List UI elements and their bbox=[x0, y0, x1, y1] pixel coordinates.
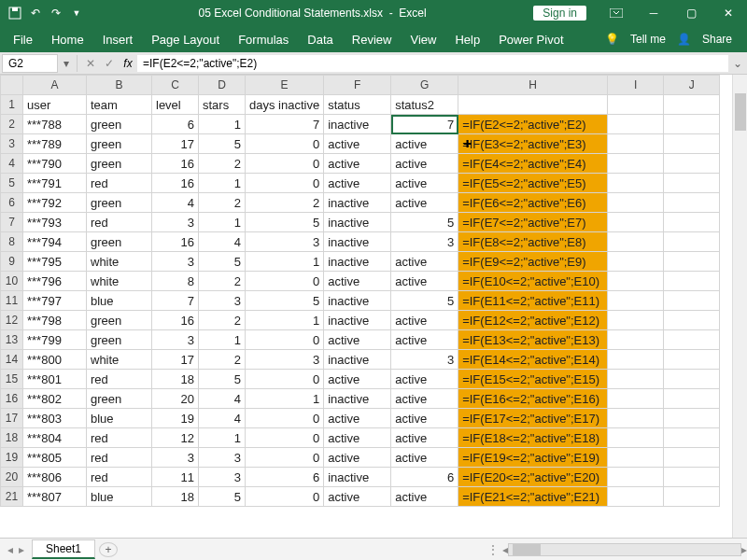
cell-H14[interactable]: =IF(E14<=2;"active";E14) bbox=[458, 350, 608, 370]
cell-B16[interactable]: green bbox=[87, 389, 152, 409]
cell-F2[interactable]: inactive bbox=[324, 115, 391, 134]
cell-E10[interactable]: 0 bbox=[246, 272, 324, 291]
cell-H9[interactable]: =IF(E9<=2;"active";E9) bbox=[458, 252, 608, 272]
cell-H10[interactable]: =IF(E10<=2;"active";E10) bbox=[458, 272, 608, 291]
cell-B8[interactable]: green bbox=[87, 232, 152, 252]
cell-I18[interactable] bbox=[608, 428, 664, 448]
ribbon-tab-file[interactable]: File bbox=[4, 29, 42, 50]
cell-I21[interactable] bbox=[608, 487, 664, 507]
cell-B10[interactable]: white bbox=[87, 272, 152, 291]
cell-E2[interactable]: 7 bbox=[246, 115, 324, 134]
cell-H13[interactable]: =IF(E13<=2;"active";E13) bbox=[458, 330, 608, 350]
cell-H11[interactable]: =IF(E11<=2;"active";E11) bbox=[458, 291, 608, 311]
cell-A8[interactable]: ***794 bbox=[23, 232, 87, 252]
cell-D18[interactable]: 1 bbox=[199, 428, 246, 448]
cell-A4[interactable]: ***790 bbox=[23, 154, 87, 174]
cell-B12[interactable]: green bbox=[87, 311, 152, 330]
column-header-F[interactable]: F bbox=[324, 76, 391, 95]
cell-H7[interactable]: =IF(E7<=2;"active";E7) bbox=[458, 213, 608, 232]
cell-A3[interactable]: ***789 bbox=[23, 134, 87, 154]
cell-H16[interactable]: =IF(E16<=2;"active";E16) bbox=[458, 389, 608, 409]
cell-F9[interactable]: inactive bbox=[324, 252, 391, 272]
cell-I12[interactable] bbox=[608, 311, 664, 330]
cell-E12[interactable]: 1 bbox=[246, 311, 324, 330]
cell-A21[interactable]: ***807 bbox=[23, 487, 87, 507]
cell-J4[interactable] bbox=[664, 154, 720, 174]
cell-I9[interactable] bbox=[608, 252, 664, 272]
cell-C16[interactable]: 20 bbox=[152, 389, 199, 409]
cell-B20[interactable]: red bbox=[87, 468, 152, 487]
ribbon-tab-formulas[interactable]: Formulas bbox=[229, 29, 298, 50]
cell-D12[interactable]: 2 bbox=[199, 311, 246, 330]
cell-D16[interactable]: 4 bbox=[199, 389, 246, 409]
cell-A11[interactable]: ***797 bbox=[23, 291, 87, 311]
cell-E4[interactable]: 0 bbox=[246, 154, 324, 174]
cell-D13[interactable]: 1 bbox=[199, 330, 246, 350]
ribbon-tab-insert[interactable]: Insert bbox=[93, 29, 143, 50]
cell-E15[interactable]: 0 bbox=[246, 370, 324, 389]
ribbon-tab-data[interactable]: Data bbox=[298, 29, 342, 50]
row-header-19[interactable]: 19 bbox=[1, 448, 23, 468]
cell-I13[interactable] bbox=[608, 330, 664, 350]
cell-G12[interactable]: active bbox=[391, 311, 458, 330]
cell-A14[interactable]: ***800 bbox=[23, 350, 87, 370]
row-header-21[interactable]: 21 bbox=[1, 487, 23, 507]
qat-dropdown-icon[interactable]: ▼ bbox=[69, 6, 84, 21]
cell-G21[interactable]: active bbox=[391, 487, 458, 507]
cell-F13[interactable]: active bbox=[324, 330, 391, 350]
ribbon-options-icon[interactable] bbox=[598, 0, 635, 26]
cell-A6[interactable]: ***792 bbox=[23, 193, 87, 213]
maximize-icon[interactable]: ▢ bbox=[672, 0, 710, 26]
cell-G3[interactable]: active bbox=[391, 134, 458, 154]
cell-F1[interactable]: status bbox=[324, 95, 391, 115]
row-header-18[interactable]: 18 bbox=[1, 428, 23, 448]
column-header-G[interactable]: G bbox=[391, 76, 458, 95]
cell-B4[interactable]: green bbox=[87, 154, 152, 174]
cell-J10[interactable] bbox=[664, 272, 720, 291]
save-icon[interactable] bbox=[7, 6, 22, 21]
cell-G11[interactable]: 5 bbox=[391, 291, 458, 311]
cell-B19[interactable]: red bbox=[87, 448, 152, 468]
cell-D15[interactable]: 5 bbox=[199, 370, 246, 389]
cell-J8[interactable] bbox=[664, 232, 720, 252]
expand-formula-bar-icon[interactable]: ⌄ bbox=[728, 57, 747, 70]
cell-A18[interactable]: ***804 bbox=[23, 428, 87, 448]
cell-D14[interactable]: 2 bbox=[199, 350, 246, 370]
cell-F5[interactable]: active bbox=[324, 174, 391, 193]
cell-J16[interactable] bbox=[664, 389, 720, 409]
cell-D1[interactable]: stars bbox=[199, 95, 246, 115]
cell-J21[interactable] bbox=[664, 487, 720, 507]
cell-D9[interactable]: 5 bbox=[199, 252, 246, 272]
cell-F21[interactable]: active bbox=[324, 487, 391, 507]
cell-D17[interactable]: 4 bbox=[199, 409, 246, 428]
cell-B11[interactable]: blue bbox=[87, 291, 152, 311]
cell-A16[interactable]: ***802 bbox=[23, 389, 87, 409]
cell-D5[interactable]: 1 bbox=[199, 174, 246, 193]
cell-E8[interactable]: 3 bbox=[246, 232, 324, 252]
cell-J6[interactable] bbox=[664, 193, 720, 213]
cell-A15[interactable]: ***801 bbox=[23, 370, 87, 389]
cell-I8[interactable] bbox=[608, 232, 664, 252]
cancel-formula-icon[interactable]: ✕ bbox=[81, 57, 100, 70]
cell-H2[interactable]: =IF(E2<=2;"active";E2) bbox=[458, 115, 608, 134]
cell-B2[interactable]: green bbox=[87, 115, 152, 134]
close-icon[interactable]: ✕ bbox=[710, 0, 747, 26]
cell-G14[interactable]: 3 bbox=[391, 350, 458, 370]
cell-B13[interactable]: green bbox=[87, 330, 152, 350]
cell-A19[interactable]: ***805 bbox=[23, 448, 87, 468]
cell-J20[interactable] bbox=[664, 468, 720, 487]
cell-J19[interactable] bbox=[664, 448, 720, 468]
column-header-C[interactable]: C bbox=[152, 76, 199, 95]
cell-I17[interactable] bbox=[608, 409, 664, 428]
cell-J17[interactable] bbox=[664, 409, 720, 428]
cell-A5[interactable]: ***791 bbox=[23, 174, 87, 193]
undo-icon[interactable]: ↶ bbox=[28, 6, 43, 21]
cell-A7[interactable]: ***793 bbox=[23, 213, 87, 232]
cell-G6[interactable]: active bbox=[391, 193, 458, 213]
name-box[interactable]: G2 bbox=[2, 54, 58, 73]
cell-C13[interactable]: 3 bbox=[152, 330, 199, 350]
cell-F3[interactable]: active bbox=[324, 134, 391, 154]
cell-F16[interactable]: inactive bbox=[324, 389, 391, 409]
cell-C1[interactable]: level bbox=[152, 95, 199, 115]
cell-G8[interactable]: 3 bbox=[391, 232, 458, 252]
